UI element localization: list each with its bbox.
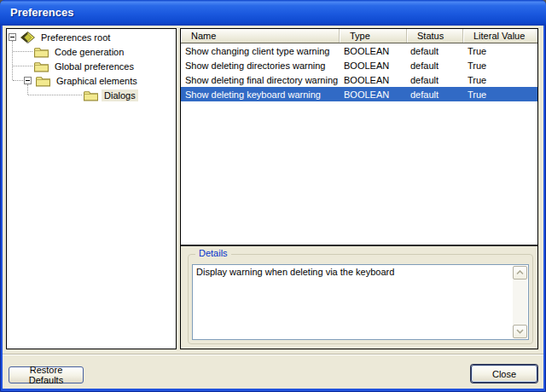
tree-item-label: Global preferences bbox=[52, 61, 136, 72]
cell-type: BOOLEAN bbox=[340, 75, 407, 85]
cell-literal-value: True bbox=[463, 89, 537, 100]
table-row[interactable]: Show deleting directories warning BOOLEA… bbox=[181, 58, 537, 72]
cell-literal-value: True bbox=[463, 46, 537, 56]
cell-type: BOOLEAN bbox=[340, 46, 407, 56]
cell-literal-value: True bbox=[463, 61, 537, 71]
column-header-status[interactable]: Status bbox=[407, 29, 463, 43]
scroll-down-button[interactable] bbox=[513, 325, 527, 338]
tree-item-label: Code generation bbox=[52, 46, 126, 58]
table-header: Name Type Status Literal Value bbox=[181, 29, 537, 43]
folder-icon bbox=[34, 46, 49, 58]
column-header-literal-value[interactable]: Literal Value bbox=[463, 29, 537, 43]
cell-name: Show changing client type warning bbox=[181, 46, 340, 56]
dialog-client-area: Preferences root Code generation Global … bbox=[3, 26, 543, 389]
cell-type: BOOLEAN bbox=[340, 61, 407, 71]
table-row[interactable]: Show changing client type warning BOOLEA… bbox=[181, 43, 537, 58]
details-section: Details Display warning when deleting vi… bbox=[181, 246, 537, 349]
cell-status: default bbox=[407, 61, 463, 71]
details-textbox[interactable]: Display warning when deleting via the ke… bbox=[192, 264, 529, 340]
cell-status: default bbox=[407, 75, 463, 85]
collapse-minus-icon[interactable] bbox=[9, 33, 16, 41]
preference-values-panel: Name Type Status Literal Value Show chan… bbox=[180, 28, 538, 349]
scroll-up-button[interactable] bbox=[513, 266, 527, 280]
table-row-selected[interactable]: Show deleting keyboard warning BOOLEAN d… bbox=[181, 87, 537, 101]
tree-item-code-generation[interactable]: Code generation bbox=[7, 44, 176, 59]
column-header-type[interactable]: Type bbox=[340, 29, 407, 43]
title-bar[interactable]: Preferences bbox=[0, 0, 546, 26]
folder-icon bbox=[36, 75, 50, 87]
tree-item-dialogs[interactable]: Dialogs bbox=[7, 88, 176, 102]
restore-defaults-button[interactable]: Restore Defaults bbox=[9, 366, 84, 383]
column-header-name[interactable]: Name bbox=[181, 29, 340, 43]
cell-name: Show deleting keyboard warning bbox=[181, 89, 340, 100]
details-groupbox: Details Display warning when deleting vi… bbox=[188, 254, 533, 344]
cell-status: default bbox=[407, 46, 463, 56]
chevron-down-icon bbox=[516, 329, 524, 334]
close-button[interactable]: Close bbox=[471, 365, 537, 383]
cell-type: BOOLEAN bbox=[340, 89, 407, 100]
tree-item-label: Preferences root bbox=[38, 32, 113, 43]
collapse-minus-icon[interactable] bbox=[24, 77, 32, 84]
tree-item-graphical-elements[interactable]: Graphical elements bbox=[7, 73, 176, 88]
cell-literal-value: True bbox=[463, 75, 537, 85]
button-bar-separator bbox=[3, 354, 543, 355]
window-title: Preferences bbox=[10, 6, 73, 19]
details-group-label: Details bbox=[195, 248, 231, 258]
tree-item-preferences-root[interactable]: Preferences root bbox=[7, 30, 176, 44]
table-row[interactable]: Show deleting final directory warning BO… bbox=[181, 72, 537, 87]
cell-name: Show deleting directories warning bbox=[181, 61, 340, 71]
tree-rows: Preferences root Code generation Global … bbox=[7, 30, 176, 102]
table-body: Show changing client type warning BOOLEA… bbox=[181, 43, 537, 245]
preferences-dialog: Preferences Preferences root Code genera… bbox=[0, 0, 546, 392]
gem-icon bbox=[20, 32, 35, 43]
cell-status: default bbox=[407, 89, 463, 100]
details-text: Display warning when deleting via the ke… bbox=[193, 265, 513, 339]
tree-item-label: Graphical elements bbox=[54, 75, 140, 87]
cell-name: Show deleting final directory warning bbox=[181, 75, 340, 85]
details-scrollbar[interactable] bbox=[513, 266, 527, 338]
chevron-up-icon bbox=[516, 270, 524, 275]
preferences-tree: Preferences root Code generation Global … bbox=[6, 28, 177, 349]
tree-item-global-preferences[interactable]: Global preferences bbox=[7, 59, 176, 73]
folder-icon bbox=[34, 61, 49, 72]
tree-item-label: Dialogs bbox=[102, 89, 138, 101]
folder-icon bbox=[84, 89, 98, 101]
